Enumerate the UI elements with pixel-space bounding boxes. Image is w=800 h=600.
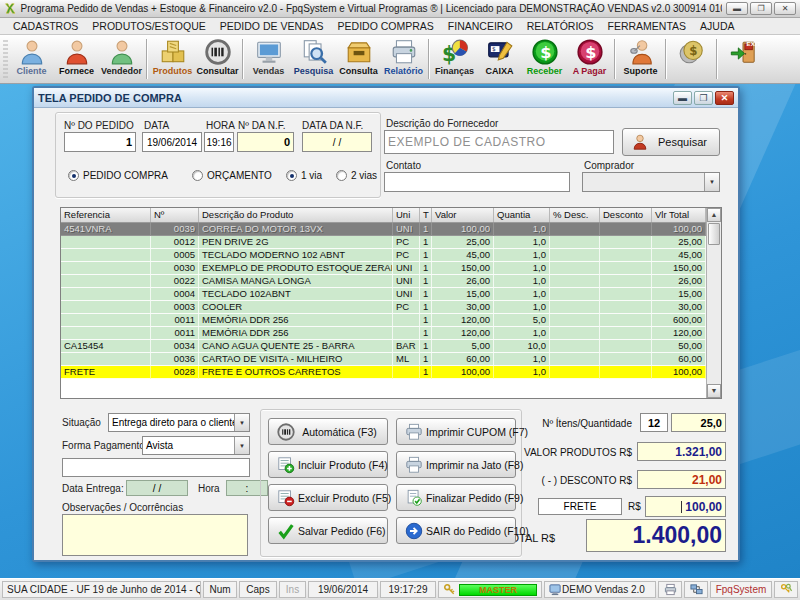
dialog-maximize-button[interactable]: ❐ <box>694 91 713 105</box>
menu-produtos-estoque[interactable]: PRODUTOS/ESTOQUE <box>85 19 212 33</box>
status-printer[interactable] <box>658 581 682 598</box>
table-row[interactable]: FRETE0028FRETE E OUTROS CARRETOS1100,001… <box>61 366 706 379</box>
column-header-descric-a-o-do-produto[interactable]: Descrição do Produto <box>199 208 393 222</box>
incluir-produto-f4-button[interactable]: Incluir Produto (F4) <box>268 451 388 478</box>
order-number-label: Nº DO PEDIDO <box>64 120 134 131</box>
toolbar-financ-as-button[interactable]: $Finanças <box>432 36 477 82</box>
dialog-close-button[interactable]: ✕ <box>715 91 734 105</box>
table-row[interactable]: CA154540034CANO AGUA QUENTE 25 - BARRABA… <box>61 340 706 353</box>
observations-textarea[interactable] <box>62 514 248 556</box>
buyer-select[interactable]: ▼ <box>582 172 720 192</box>
product-table: ReferenciaNºDescrição do ProdutoUniTValo… <box>60 207 722 399</box>
toolbar-vendas-button[interactable]: Vendas <box>246 36 291 82</box>
toolbar-consulta-button[interactable]: Consulta <box>336 36 381 82</box>
radio-pedido-compra[interactable]: PEDIDO COMPRA <box>68 170 168 181</box>
table-row[interactable]: 0005TECLADO MODERNO 102 ABNTPC145,001,04… <box>61 249 706 262</box>
imprimir-na-jato-f8-button[interactable]: Imprimir na Jato (F8) <box>396 451 516 478</box>
table-row[interactable]: 0011MEMÓRIA DDR 2561120,005,0600,00 <box>61 314 706 327</box>
delivery-date-field[interactable]: / / <box>126 480 188 496</box>
situation-select[interactable]: Entrega direto para o cliente ▼ <box>108 413 250 432</box>
payment-select[interactable]: Avista ▼ <box>142 436 250 455</box>
window-minimize-button[interactable]: ▬ <box>726 2 748 15</box>
table-cell: 1,0 <box>494 366 550 379</box>
column-header-desconto[interactable]: Desconto <box>600 208 652 222</box>
scrollbar-thumb[interactable] <box>708 223 720 245</box>
table-cell: 25,00 <box>652 236 706 249</box>
table-cell: CAMISA MANGA LONGA <box>199 275 393 288</box>
table-row[interactable]: 0036CARTAO DE VISITA - MILHEIROML160,001… <box>61 353 706 366</box>
excluir-produto-f5-button[interactable]: Excluir Produto (F5) <box>268 484 388 511</box>
radio-1-via[interactable]: 1 via <box>286 170 322 181</box>
scroll-up-icon[interactable]: ▲ <box>707 208 721 222</box>
search-supplier-button[interactable]: Pesquisar <box>622 128 720 156</box>
table-row[interactable]: 0004TECLADO 102ABNTUNI115,001,015,00 <box>61 288 706 301</box>
menu-ferramentas[interactable]: FERRAMENTAS <box>601 19 694 33</box>
table-cell <box>600 314 652 327</box>
toolbar-relato-rio-button[interactable]: Relatório <box>381 36 426 82</box>
radio-2-vias[interactable]: 2 vias <box>336 170 377 181</box>
column-header-referencia[interactable]: Referencia <box>61 208 151 222</box>
menu-cadastros[interactable]: CADASTROS <box>6 19 85 33</box>
freight-value-field[interactable]: 100,00 <box>645 496 726 517</box>
status-date: 19/06/2014 <box>308 581 378 598</box>
toolbar-receber-button[interactable]: $Receber <box>522 36 567 82</box>
toolbar-a-pagar-button[interactable]: $A Pagar <box>567 36 612 82</box>
toolbar-caixa-button[interactable]: $CAIXA <box>477 36 522 82</box>
invoice-number-field[interactable]: 0 <box>237 132 294 152</box>
column-header-t[interactable]: T <box>420 208 432 222</box>
freight-box[interactable]: FRETE <box>538 498 622 515</box>
payment-detail-field[interactable] <box>62 458 250 477</box>
table-row[interactable]: 0030EXEMPLO DE PRODUTO ESTOQUE ZERADOUNI… <box>61 262 706 275</box>
order-number-field[interactable]: 1 <box>64 132 136 152</box>
column-header-valor[interactable]: Valor <box>432 208 494 222</box>
window-restore-button[interactable]: ❐ <box>750 2 772 15</box>
status-keys[interactable] <box>774 581 798 598</box>
table-cell <box>600 236 652 249</box>
status-network[interactable] <box>684 581 708 598</box>
salvar-pedido-f6-button[interactable]: Salvar Pedido (F6) <box>268 517 388 544</box>
toolbar-suporte-button[interactable]: Suporte <box>618 36 663 82</box>
column-header-vlr-total[interactable]: Vlr Total <box>652 208 706 222</box>
table-row[interactable]: 0022CAMISA MANGA LONGAUNI126,001,026,00 <box>61 275 706 288</box>
column-header-quantia[interactable]: Quantia <box>494 208 550 222</box>
column-header-desc[interactable]: % Desc. <box>550 208 600 222</box>
scroll-down-icon[interactable]: ▼ <box>707 384 721 398</box>
toolbar-cliente-button[interactable]: Cliente <box>9 36 54 82</box>
desktop-root: { "app": { "title": "Programa Pedido de … <box>0 0 800 600</box>
toolbar-consultar-button[interactable]: Consultar <box>195 36 240 82</box>
menu-pedido-de-vendas[interactable]: PEDIDO DE VENDAS <box>213 19 331 33</box>
invoice-date-field[interactable]: / / <box>302 132 372 152</box>
menu-pedido-compras[interactable]: PEDIDO COMPRAS <box>331 19 441 33</box>
toolbar-vendedor-button[interactable]: Vendedor <box>99 36 144 82</box>
window-close-button[interactable]: ✕ <box>774 2 796 15</box>
table-row[interactable]: 0012PEN DRIVE 2GPC125,001,025,00 <box>61 236 706 249</box>
toolbar-pesquisa-button[interactable]: Pesquisa <box>291 36 336 82</box>
imprimir-cupom-f7-button[interactable]: Imprimir CUPOM (F7) <box>396 418 516 445</box>
order-time-field[interactable]: 19:16 <box>204 132 234 152</box>
toolbar-produtos-button[interactable]: Produtos <box>150 36 195 82</box>
dialog-minimize-button[interactable]: ▬ <box>673 91 692 105</box>
menu-financeiro[interactable]: FINANCEIRO <box>441 19 520 33</box>
table-scrollbar[interactable]: ▲ ▼ <box>706 208 721 398</box>
finalizar-pedido-f9-button[interactable]: Finalizar Pedido (F9) <box>396 484 516 511</box>
dialog-title-bar[interactable]: TELA PEDIDO DE COMPRA ▬ ❐ ✕ <box>34 88 738 108</box>
menu-relato-rios[interactable]: RELATÓRIOS <box>520 19 601 33</box>
toolbar-exit-button[interactable]: EXIT <box>720 36 765 82</box>
menu-ajuda[interactable]: AJUDA <box>693 19 741 33</box>
automa-tica-f3-button[interactable]: Automática (F3) <box>268 418 388 445</box>
order-date-field[interactable]: 19/06/2014 <box>142 132 202 152</box>
column-header-n[interactable]: Nº <box>151 208 199 222</box>
supplier-desc-field[interactable]: EXEMPLO DE CADASTRO <box>384 130 614 154</box>
button-label: Automática (F3) <box>298 426 387 438</box>
column-header-uni[interactable]: Uni <box>393 208 420 222</box>
radio-orcamento[interactable]: ORÇAMENTO <box>192 170 272 181</box>
contact-field[interactable] <box>384 172 570 192</box>
toolbar-fornece-button[interactable]: Fornece <box>54 36 99 82</box>
monitor-icon <box>255 38 283 66</box>
toolbar-coin-icon-button[interactable]: $ <box>669 36 714 82</box>
sair-do-pedido-f10-button[interactable]: SAIR do Pedido (F10) <box>396 517 516 544</box>
table-row[interactable]: 4541VNRA0039CORREA DO MOTOR 13VXUNI1100,… <box>61 223 706 236</box>
table-row[interactable]: 0011MEMÓRIA DDR 2561120,001,0120,00 <box>61 327 706 340</box>
table-row[interactable]: 0003COOLERPC130,001,030,00 <box>61 301 706 314</box>
table-cell <box>550 327 600 340</box>
